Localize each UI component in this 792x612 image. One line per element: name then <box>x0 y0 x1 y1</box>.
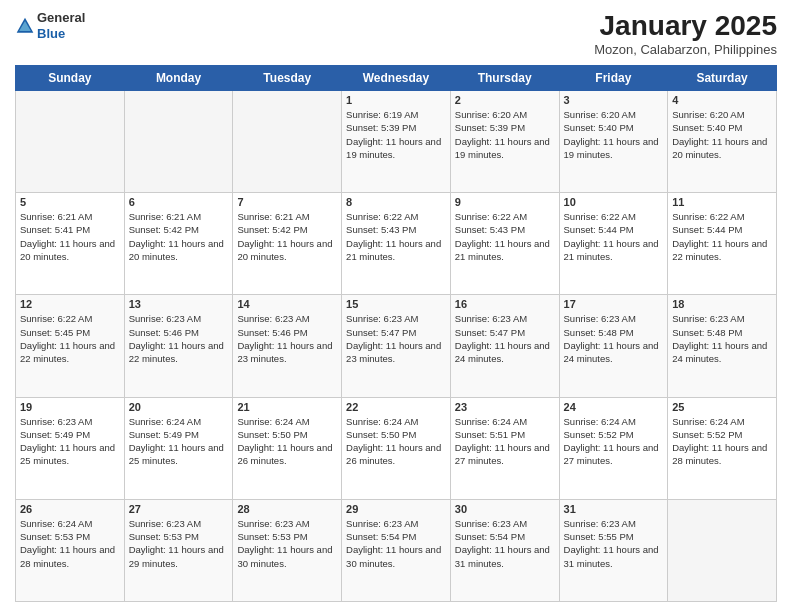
calendar-week-row: 19 Sunrise: 6:23 AM Sunset: 5:49 PM Dayl… <box>16 397 777 499</box>
table-row: 19 Sunrise: 6:23 AM Sunset: 5:49 PM Dayl… <box>16 397 125 499</box>
calendar-week-row: 5 Sunrise: 6:21 AM Sunset: 5:41 PM Dayli… <box>16 193 777 295</box>
sunrise-text: Sunrise: 6:23 AM <box>237 313 309 324</box>
sunrise-text: Sunrise: 6:24 AM <box>455 416 527 427</box>
table-row: 13 Sunrise: 6:23 AM Sunset: 5:46 PM Dayl… <box>124 295 233 397</box>
daylight-text: Daylight: 11 hours and 22 minutes. <box>129 340 224 364</box>
cell-content: Sunrise: 6:20 AM Sunset: 5:40 PM Dayligh… <box>672 108 772 161</box>
sunrise-text: Sunrise: 6:23 AM <box>129 518 201 529</box>
daylight-text: Daylight: 11 hours and 19 minutes. <box>455 136 550 160</box>
daylight-text: Daylight: 11 hours and 20 minutes. <box>129 238 224 262</box>
daylight-text: Daylight: 11 hours and 31 minutes. <box>564 544 659 568</box>
day-number: 9 <box>455 196 555 208</box>
day-number: 1 <box>346 94 446 106</box>
sunrise-text: Sunrise: 6:20 AM <box>455 109 527 120</box>
day-number: 22 <box>346 401 446 413</box>
table-row: 6 Sunrise: 6:21 AM Sunset: 5:42 PM Dayli… <box>124 193 233 295</box>
sunset-text: Sunset: 5:54 PM <box>346 531 416 542</box>
table-row: 14 Sunrise: 6:23 AM Sunset: 5:46 PM Dayl… <box>233 295 342 397</box>
table-row: 16 Sunrise: 6:23 AM Sunset: 5:47 PM Dayl… <box>450 295 559 397</box>
table-row: 30 Sunrise: 6:23 AM Sunset: 5:54 PM Dayl… <box>450 499 559 601</box>
table-row: 7 Sunrise: 6:21 AM Sunset: 5:42 PM Dayli… <box>233 193 342 295</box>
sunset-text: Sunset: 5:46 PM <box>129 327 199 338</box>
daylight-text: Daylight: 11 hours and 26 minutes. <box>346 442 441 466</box>
table-row: 22 Sunrise: 6:24 AM Sunset: 5:50 PM Dayl… <box>342 397 451 499</box>
daylight-text: Daylight: 11 hours and 23 minutes. <box>237 340 332 364</box>
sunset-text: Sunset: 5:53 PM <box>20 531 90 542</box>
cell-content: Sunrise: 6:23 AM Sunset: 5:47 PM Dayligh… <box>346 312 446 365</box>
day-number: 29 <box>346 503 446 515</box>
daylight-text: Daylight: 11 hours and 28 minutes. <box>672 442 767 466</box>
cell-content: Sunrise: 6:24 AM Sunset: 5:52 PM Dayligh… <box>672 415 772 468</box>
cell-content: Sunrise: 6:22 AM Sunset: 5:43 PM Dayligh… <box>346 210 446 263</box>
logo-text: General Blue <box>37 10 85 41</box>
day-number: 5 <box>20 196 120 208</box>
table-row: 31 Sunrise: 6:23 AM Sunset: 5:55 PM Dayl… <box>559 499 668 601</box>
page: General Blue January 2025 Mozon, Calabar… <box>0 0 792 612</box>
day-number: 20 <box>129 401 229 413</box>
day-number: 28 <box>237 503 337 515</box>
col-wednesday: Wednesday <box>342 66 451 91</box>
table-row: 15 Sunrise: 6:23 AM Sunset: 5:47 PM Dayl… <box>342 295 451 397</box>
day-number: 17 <box>564 298 664 310</box>
day-number: 7 <box>237 196 337 208</box>
sunrise-text: Sunrise: 6:22 AM <box>20 313 92 324</box>
header: General Blue January 2025 Mozon, Calabar… <box>15 10 777 57</box>
sunrise-text: Sunrise: 6:24 AM <box>672 416 744 427</box>
sunset-text: Sunset: 5:44 PM <box>672 224 742 235</box>
sunrise-text: Sunrise: 6:23 AM <box>455 518 527 529</box>
cell-content: Sunrise: 6:23 AM Sunset: 5:48 PM Dayligh… <box>672 312 772 365</box>
cell-content: Sunrise: 6:23 AM Sunset: 5:53 PM Dayligh… <box>237 517 337 570</box>
table-row: 17 Sunrise: 6:23 AM Sunset: 5:48 PM Dayl… <box>559 295 668 397</box>
table-row: 23 Sunrise: 6:24 AM Sunset: 5:51 PM Dayl… <box>450 397 559 499</box>
daylight-text: Daylight: 11 hours and 31 minutes. <box>455 544 550 568</box>
day-number: 24 <box>564 401 664 413</box>
cell-content: Sunrise: 6:23 AM Sunset: 5:55 PM Dayligh… <box>564 517 664 570</box>
sunrise-text: Sunrise: 6:20 AM <box>564 109 636 120</box>
cell-content: Sunrise: 6:24 AM Sunset: 5:49 PM Dayligh… <box>129 415 229 468</box>
daylight-text: Daylight: 11 hours and 20 minutes. <box>237 238 332 262</box>
sunset-text: Sunset: 5:47 PM <box>346 327 416 338</box>
sunset-text: Sunset: 5:52 PM <box>672 429 742 440</box>
sunset-text: Sunset: 5:52 PM <box>564 429 634 440</box>
cell-content: Sunrise: 6:20 AM Sunset: 5:39 PM Dayligh… <box>455 108 555 161</box>
sunset-text: Sunset: 5:42 PM <box>129 224 199 235</box>
title-block: January 2025 Mozon, Calabarzon, Philippi… <box>594 10 777 57</box>
daylight-text: Daylight: 11 hours and 24 minutes. <box>564 340 659 364</box>
sunrise-text: Sunrise: 6:19 AM <box>346 109 418 120</box>
sunset-text: Sunset: 5:40 PM <box>564 122 634 133</box>
page-title: January 2025 <box>594 10 777 42</box>
day-number: 11 <box>672 196 772 208</box>
cell-content: Sunrise: 6:23 AM Sunset: 5:53 PM Dayligh… <box>129 517 229 570</box>
sunset-text: Sunset: 5:48 PM <box>672 327 742 338</box>
cell-content: Sunrise: 6:23 AM Sunset: 5:46 PM Dayligh… <box>129 312 229 365</box>
sunrise-text: Sunrise: 6:20 AM <box>672 109 744 120</box>
col-monday: Monday <box>124 66 233 91</box>
cell-content: Sunrise: 6:21 AM Sunset: 5:42 PM Dayligh… <box>237 210 337 263</box>
sunrise-text: Sunrise: 6:22 AM <box>564 211 636 222</box>
daylight-text: Daylight: 11 hours and 21 minutes. <box>346 238 441 262</box>
daylight-text: Daylight: 11 hours and 26 minutes. <box>237 442 332 466</box>
day-number: 14 <box>237 298 337 310</box>
cell-content: Sunrise: 6:23 AM Sunset: 5:54 PM Dayligh… <box>455 517 555 570</box>
sunrise-text: Sunrise: 6:23 AM <box>672 313 744 324</box>
col-tuesday: Tuesday <box>233 66 342 91</box>
sunrise-text: Sunrise: 6:24 AM <box>346 416 418 427</box>
table-row <box>124 91 233 193</box>
cell-content: Sunrise: 6:24 AM Sunset: 5:50 PM Dayligh… <box>237 415 337 468</box>
cell-content: Sunrise: 6:22 AM Sunset: 5:44 PM Dayligh… <box>672 210 772 263</box>
daylight-text: Daylight: 11 hours and 23 minutes. <box>346 340 441 364</box>
sunrise-text: Sunrise: 6:22 AM <box>346 211 418 222</box>
daylight-text: Daylight: 11 hours and 19 minutes. <box>564 136 659 160</box>
logo-icon <box>15 16 35 36</box>
logo-blue: Blue <box>37 26 65 41</box>
daylight-text: Daylight: 11 hours and 27 minutes. <box>455 442 550 466</box>
calendar-header-row: Sunday Monday Tuesday Wednesday Thursday… <box>16 66 777 91</box>
daylight-text: Daylight: 11 hours and 30 minutes. <box>346 544 441 568</box>
sunrise-text: Sunrise: 6:23 AM <box>237 518 309 529</box>
daylight-text: Daylight: 11 hours and 24 minutes. <box>455 340 550 364</box>
daylight-text: Daylight: 11 hours and 29 minutes. <box>129 544 224 568</box>
day-number: 2 <box>455 94 555 106</box>
sunset-text: Sunset: 5:48 PM <box>564 327 634 338</box>
table-row: 10 Sunrise: 6:22 AM Sunset: 5:44 PM Dayl… <box>559 193 668 295</box>
sunset-text: Sunset: 5:50 PM <box>237 429 307 440</box>
